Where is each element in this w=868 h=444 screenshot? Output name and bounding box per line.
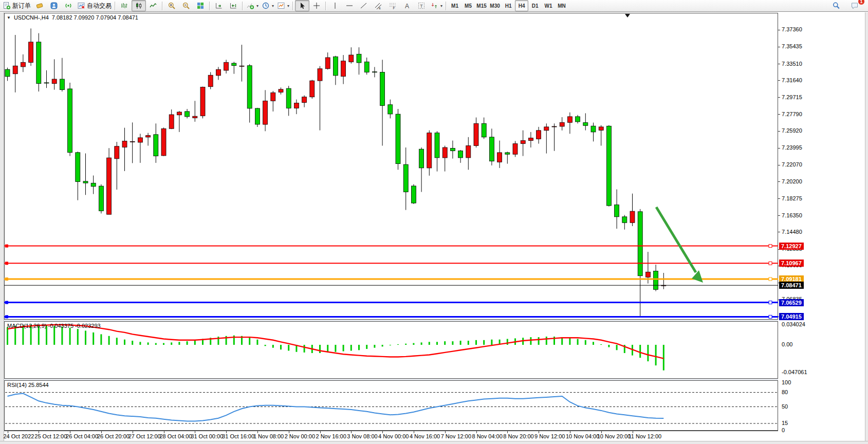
cursor-button[interactable] bbox=[295, 0, 309, 11]
chart-line-button[interactable] bbox=[146, 0, 160, 11]
candle bbox=[419, 149, 424, 168]
chevron-down-icon[interactable]: ▾ bbox=[287, 4, 289, 8]
mql5-community-button[interactable] bbox=[47, 0, 61, 11]
ohlc-values: 7.08182 7.09920 7.07904 7.08471 bbox=[52, 14, 138, 21]
timeframe-button-h4[interactable]: H4 bbox=[515, 0, 528, 11]
rsi-axis-label: 80 bbox=[782, 389, 788, 395]
rsi-axis-label: 0 bbox=[782, 427, 785, 433]
signals-button[interactable] bbox=[61, 0, 76, 11]
chart-title: ▼ USDCNH-,H4 7.08182 7.09920 7.07904 7.0… bbox=[7, 14, 138, 21]
price-axis-label: 7.18275 bbox=[782, 195, 802, 201]
price-axis[interactable]: 7.373607.354357.335107.316407.297157.277… bbox=[778, 13, 865, 441]
autotrade-button[interactable]: 自动交易 bbox=[76, 0, 113, 11]
candle bbox=[21, 62, 25, 67]
time-axis-label: 3 Nov 08:00 bbox=[347, 433, 377, 439]
axis-tick bbox=[778, 232, 780, 232]
timeframe-button-mn[interactable]: MN bbox=[555, 0, 568, 11]
line-handle[interactable] bbox=[769, 245, 772, 248]
chevron-down-icon[interactable]: ▾ bbox=[272, 4, 274, 8]
new-order-button[interactable]: 新订单 bbox=[1, 0, 32, 11]
candle bbox=[122, 141, 127, 147]
timeframe-button-w1[interactable]: W1 bbox=[542, 0, 555, 11]
trendline-button[interactable] bbox=[357, 0, 371, 11]
styler-button[interactable] bbox=[32, 0, 47, 11]
chart-window[interactable]: ▼ USDCNH-,H4 7.08182 7.09920 7.07904 7.0… bbox=[0, 12, 868, 444]
time-axis[interactable]: 24 Oct 202225 Oct 12:0026 Oct 04:0026 Oc… bbox=[4, 431, 778, 441]
label-button[interactable]: T bbox=[414, 0, 429, 11]
line-handle[interactable] bbox=[769, 278, 772, 281]
line-handle[interactable] bbox=[5, 278, 8, 281]
hline-button[interactable] bbox=[342, 0, 357, 11]
vline-button[interactable] bbox=[328, 0, 342, 11]
candle bbox=[606, 126, 611, 206]
candle bbox=[200, 87, 205, 116]
line-handle[interactable] bbox=[5, 301, 8, 304]
time-axis-label: 4 Nov 16:00 bbox=[410, 433, 440, 439]
candle bbox=[357, 54, 361, 63]
chart-shift-button[interactable] bbox=[226, 0, 241, 11]
chart-bars-button[interactable] bbox=[117, 0, 132, 11]
time-axis-label: 31 Oct 16:00 bbox=[222, 433, 254, 439]
one-click-trading-toggle-icon[interactable]: ▼ bbox=[7, 15, 11, 20]
line-handle[interactable] bbox=[5, 245, 8, 248]
crosshair-button[interactable] bbox=[309, 0, 324, 11]
chat-button[interactable]: 1 bbox=[847, 0, 862, 11]
time-axis-label: 26 Oct 20:00 bbox=[97, 433, 130, 439]
window-left-edge bbox=[0, 12, 4, 441]
templates-button[interactable]: ▾ bbox=[275, 0, 291, 11]
line-handle[interactable] bbox=[769, 262, 772, 265]
rsi-axis-label: 50 bbox=[782, 403, 788, 410]
candle bbox=[185, 112, 190, 117]
periods-button[interactable]: ▾ bbox=[260, 0, 275, 11]
auto-scroll-button[interactable] bbox=[212, 0, 226, 11]
line-handle[interactable] bbox=[769, 301, 772, 304]
indicators-button[interactable]: ▾ bbox=[245, 0, 260, 11]
textT-icon: T bbox=[417, 2, 426, 10]
tile-windows-button[interactable] bbox=[193, 0, 208, 11]
line-handle[interactable] bbox=[5, 315, 8, 318]
timeframe-button-h1[interactable]: H1 bbox=[502, 0, 515, 11]
line-price-badge: 7.06529 bbox=[779, 299, 804, 306]
price-chart-pane[interactable] bbox=[4, 13, 778, 320]
svg-text:F: F bbox=[393, 6, 395, 10]
toolbar-separator bbox=[242, 2, 243, 10]
zoom-out-button[interactable] bbox=[179, 0, 193, 11]
timeframe-button-m30[interactable]: M30 bbox=[488, 0, 502, 11]
candle bbox=[474, 123, 478, 145]
axis-tick bbox=[778, 114, 780, 115]
current-price-badge: 7.08471 bbox=[779, 282, 804, 289]
line-handle[interactable] bbox=[5, 262, 8, 265]
cursor-icon bbox=[298, 2, 306, 10]
rsi-border bbox=[5, 381, 778, 431]
window-bottom-edge bbox=[0, 441, 868, 444]
timeframe-button-d1[interactable]: D1 bbox=[528, 0, 542, 11]
rsi-pane[interactable] bbox=[4, 380, 778, 431]
arrows-button[interactable]: ▾ bbox=[429, 0, 444, 11]
price-axis-label: 7.31640 bbox=[782, 77, 802, 83]
zoom-in-button[interactable] bbox=[164, 0, 179, 11]
time-axis-label: 24 Oct 2022 bbox=[4, 433, 34, 439]
timeframe-button-m1[interactable]: M1 bbox=[448, 0, 461, 11]
chevron-down-icon[interactable]: ▾ bbox=[256, 4, 258, 8]
search-button[interactable] bbox=[829, 0, 843, 11]
symbol-period-label: USDCNH-,H4 bbox=[14, 14, 49, 21]
candle bbox=[638, 212, 642, 276]
macd-pane[interactable] bbox=[4, 321, 778, 379]
timeframe-button-m15[interactable]: M15 bbox=[475, 0, 488, 11]
candle bbox=[263, 101, 268, 124]
fibonacci-button[interactable]: F bbox=[385, 0, 400, 11]
candle bbox=[349, 55, 354, 62]
channel-icon: E bbox=[374, 2, 382, 10]
chart-candles-button[interactable] bbox=[132, 0, 146, 11]
chevron-down-icon[interactable]: ▾ bbox=[440, 4, 442, 8]
text-button[interactable]: A bbox=[400, 0, 414, 11]
line-handle[interactable] bbox=[769, 315, 772, 318]
channel-button[interactable]: E bbox=[371, 0, 385, 11]
candle bbox=[537, 131, 541, 139]
candle bbox=[591, 126, 596, 132]
autotrade-button-label: 自动交易 bbox=[87, 2, 112, 10]
indicators-icon bbox=[246, 2, 254, 10]
timeframe-button-m5[interactable]: M5 bbox=[461, 0, 475, 11]
candle bbox=[435, 133, 439, 158]
candle bbox=[216, 69, 220, 76]
